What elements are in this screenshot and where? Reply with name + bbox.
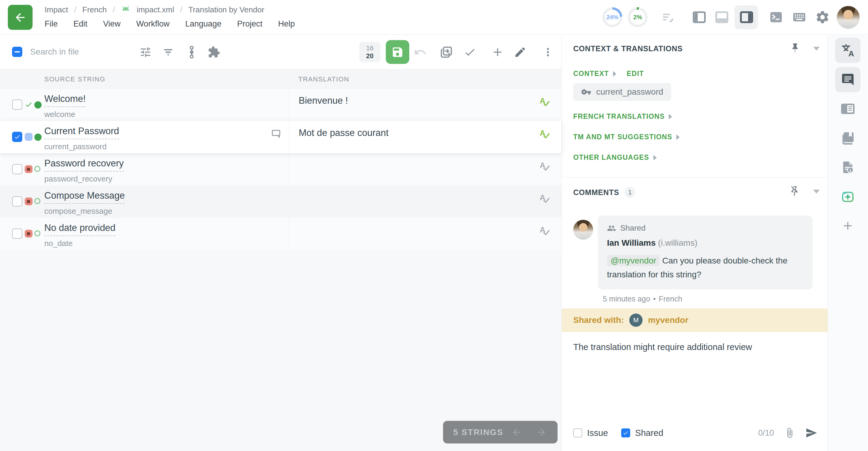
edit-list-icon[interactable] [660, 9, 676, 25]
breadcrumb: Impact / French / impact.xml / Translati… [44, 4, 264, 16]
issue-checkbox[interactable] [573, 428, 582, 438]
comment-input[interactable]: The translation might require additional… [573, 342, 814, 352]
row-checkbox[interactable] [12, 164, 22, 174]
breadcrumb-project[interactable]: Impact [44, 5, 68, 14]
shared-checkbox-checked[interactable] [621, 428, 630, 438]
source-string-text[interactable]: Compose Message [44, 190, 125, 204]
source-string-text[interactable]: No date provided [44, 222, 116, 236]
select-all-checkbox[interactable] [12, 47, 22, 57]
vendor-name: myvendor [648, 315, 688, 325]
add-string-icon[interactable] [491, 46, 504, 59]
breadcrumb-separator: / [180, 5, 182, 14]
copy-source-icon[interactable] [440, 46, 453, 59]
more-options-icon[interactable] [541, 46, 555, 59]
breadcrumb-file[interactable]: impact.xml [136, 5, 174, 14]
comments-collapse-chevron-icon[interactable] [813, 190, 820, 193]
counter-current: 16 [366, 44, 373, 52]
tm-mt-suggestions-link[interactable]: TM AND MT SUGGESTIONS [573, 133, 680, 141]
panel-collapse-chevron-icon[interactable] [813, 47, 820, 51]
source-cell: Current Password current_password [0, 121, 289, 153]
french-translations-link[interactable]: FRENCH TRANSLATIONS [573, 113, 672, 121]
next-string-icon[interactable] [535, 427, 547, 438]
layout-bottom-panel-icon[interactable] [714, 9, 730, 25]
attach-file-icon[interactable] [784, 427, 795, 438]
plus-icon [841, 219, 855, 233]
row-checkbox[interactable] [12, 229, 22, 239]
source-string-text[interactable]: Welcome! [44, 93, 86, 107]
other-languages-link[interactable]: OTHER LANGUAGES [573, 153, 657, 161]
breadcrumb-workflow-step[interactable]: Translation by Vendor [188, 5, 264, 14]
menu-help[interactable]: Help [278, 19, 295, 29]
save-button[interactable] [386, 40, 409, 64]
menu-workflow[interactable]: Workflow [136, 19, 170, 29]
pin-icon[interactable] [789, 42, 800, 55]
approved-check-icon [25, 101, 33, 109]
comment-author-avatar [573, 220, 593, 240]
menu-view[interactable]: View [103, 19, 121, 29]
ai-assistant-tab[interactable] [835, 184, 861, 209]
breadcrumb-language[interactable]: French [82, 5, 107, 14]
edit-context-link[interactable]: EDIT [627, 70, 644, 78]
console-icon[interactable] [768, 9, 784, 25]
source-cell: Welcome! welcome [0, 89, 289, 121]
user-avatar[interactable] [837, 6, 860, 29]
table-row-selected[interactable]: Current Password current_password Mot de… [0, 121, 561, 153]
context-section-link[interactable]: CONTEXT [573, 70, 616, 78]
comment-author-name[interactable]: Ian Williams [607, 238, 656, 247]
workflow-steps-icon[interactable] [185, 46, 198, 59]
send-comment-icon[interactable] [805, 427, 817, 439]
file-context-tab[interactable]: i [835, 155, 861, 180]
translation-cell[interactable]: A [289, 153, 561, 185]
translation-cell[interactable]: Bienvenue ! A [289, 89, 561, 121]
prev-string-icon[interactable] [510, 427, 523, 438]
keyboard-icon[interactable] [791, 9, 807, 25]
translated-progress-ring[interactable]: 24% [602, 7, 622, 27]
search-settings-icon[interactable] [139, 46, 152, 59]
comment-visibility-label: Shared [620, 223, 646, 233]
translation-cell[interactable]: A [289, 185, 561, 218]
string-key-chip[interactable]: current_password [573, 83, 671, 101]
search-input[interactable] [30, 43, 175, 61]
glossary-tab[interactable] [835, 125, 861, 151]
mention-tag[interactable]: @myvendor [607, 255, 660, 266]
table-row[interactable]: Welcome! welcome Bienvenue ! A [0, 89, 561, 121]
source-cell: Compose Message compose_message [0, 185, 289, 218]
row-checkbox-checked[interactable] [12, 132, 22, 142]
translate-tab[interactable]: A [835, 38, 861, 63]
layout-right-panel-icon[interactable] [738, 9, 755, 25]
string-info-tab[interactable] [835, 96, 861, 121]
top-bar: Impact / French / impact.xml / Translati… [0, 0, 868, 35]
row-checkbox[interactable] [12, 196, 22, 207]
chevron-right-icon [676, 134, 680, 140]
settings-gear-icon[interactable] [814, 9, 831, 25]
comments-tab[interactable] [835, 67, 861, 92]
table-row[interactable]: Compose Message compose_message A [0, 185, 561, 218]
table-row[interactable]: Password recovery password_recovery A [0, 153, 561, 185]
approve-check-icon[interactable] [463, 46, 476, 59]
layout-left-panel-icon[interactable] [691, 9, 707, 25]
unpin-icon[interactable] [789, 185, 800, 198]
edit-pencil-icon[interactable] [514, 46, 527, 59]
source-string-text[interactable]: Current Password [44, 126, 119, 139]
book-bookmark-icon [841, 131, 855, 145]
translation-cell[interactable]: A [289, 218, 561, 250]
add-panel-tab[interactable] [835, 213, 861, 238]
untranslated-square-icon [25, 165, 33, 173]
untranslated-square-icon [25, 198, 33, 205]
table-row[interactable]: No date provided no_date A [0, 218, 561, 250]
menu-project[interactable]: Project [237, 19, 262, 29]
undo-icon[interactable] [413, 46, 427, 59]
menu-edit[interactable]: Edit [73, 19, 88, 29]
approved-progress-ring[interactable]: 2% [628, 7, 648, 27]
plugins-puzzle-icon[interactable] [207, 46, 221, 59]
string-key: password_recovery [44, 174, 124, 184]
row-checkbox[interactable] [12, 99, 22, 110]
back-button[interactable] [8, 5, 33, 30]
source-string-text[interactable]: Password recovery [44, 158, 124, 172]
menu-language[interactable]: Language [185, 19, 221, 29]
counter-total: 20 [366, 52, 373, 60]
filter-icon[interactable] [161, 46, 175, 59]
comment-time: 5 minutes ago [603, 295, 650, 303]
menu-file[interactable]: File [44, 19, 58, 29]
translation-cell[interactable]: Mot de passe courant A [289, 121, 561, 153]
